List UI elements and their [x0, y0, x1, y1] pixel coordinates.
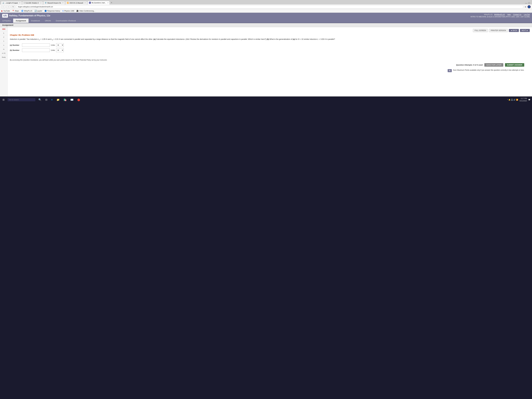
contact-link[interactable]: Contact Us [513, 13, 521, 16]
bookmark-video[interactable]: 🎥 Video Conferencing... [76, 10, 95, 12]
mail-button[interactable]: ✉️ [70, 98, 74, 101]
url-input[interactable] [16, 5, 523, 8]
video-icon: 🎥 [76, 10, 79, 12]
taskbar-time: 3:17 PM 4/21/2020 [519, 97, 527, 102]
edge-button[interactable]: e [51, 98, 53, 101]
tab-copper[interactable]: 🔬 ...Length of Copper ✕ [1, 1, 22, 4]
part-a-row: (a) Number Units H mH μH [10, 43, 530, 47]
maps-icon: 📍 [12, 10, 14, 12]
attempts-label: Question Attempts: 0 of 3 used [456, 64, 483, 66]
chrome-button[interactable]: ⬤ [76, 98, 81, 101]
part-a-input[interactable] [22, 43, 50, 47]
tab-myquestions[interactable]: b My Questions | bart... ✕ [87, 1, 110, 4]
sidebar-item-study[interactable]: Study [0, 55, 7, 59]
separator2: | [512, 13, 512, 16]
start-button[interactable]: ⊞ [2, 98, 5, 101]
save-for-later-button[interactable]: SAVE FOR LATER [484, 63, 503, 67]
part-a-units-select[interactable]: H mH μH [56, 43, 64, 47]
sidebar-item-n[interactable]: n [0, 43, 7, 47]
tab-close-scientific[interactable]: ✕ [40, 2, 41, 4]
percent-badge: % [448, 69, 452, 72]
tab-maxwell[interactable]: ⚙️ Maxwell-Ampere De ✕ [43, 1, 65, 4]
separator1: | [506, 13, 506, 16]
wiley-logo: US [2, 14, 8, 18]
bookmarks-bar: ▶ YouTube 📍 Maps 🌀 WileyPLUS 🔄 jupyter 🔵… [0, 9, 532, 13]
earn-points-row: % Earn Maximum Points available only if … [448, 69, 524, 72]
bookmark-youtube[interactable]: ▶ YouTube [1, 10, 10, 12]
bookmark-wiley[interactable]: 🌀 WileyPLUS [21, 10, 32, 12]
nav-tabs: & Practice Assignment Gradebook ORION Do… [0, 19, 532, 23]
back-button[interactable]: ← [1, 5, 5, 8]
sidebar: CES k 2 1 n m m X1 Study [0, 27, 8, 96]
tab-etextbook[interactable]: Downloadable eTextbook [53, 19, 78, 23]
tab-close-maxwell2[interactable]: ✕ [84, 2, 86, 4]
taskbar: ⊞ 🔍 ⊟ e 📁 🛍️ ✉️ ⬤ ^ 🔔 🖥️ 🔊 📶 3:17 PM 4/2… [0, 96, 532, 103]
task-view-button[interactable]: ⊟ [44, 98, 48, 101]
logout-link[interactable]: Log Out [524, 13, 530, 16]
separator3: | [522, 13, 523, 16]
minimize-icon[interactable]: — [525, 2, 527, 4]
bookmark-response-history[interactable]: 🔵 Response history [44, 10, 60, 12]
assignment-label: Assignment [2, 24, 13, 26]
main-content: FULL SCREEN PRINTER VERSION ◄ BACK NEXT … [8, 27, 532, 96]
problem-header-bar: FULL SCREEN PRINTER VERSION ◄ BACK NEXT … [10, 29, 530, 32]
printer-version-button[interactable]: PRINTER VERSION [489, 29, 508, 32]
submit-answer-button[interactable]: SUBMIT ANSWER [505, 63, 524, 67]
part-b-input[interactable] [22, 49, 50, 52]
tab-practice[interactable]: & Practice [0, 19, 13, 23]
search-input[interactable] [8, 98, 35, 101]
file-explorer-button[interactable]: 📁 [56, 98, 60, 101]
response-history-icon: 🔵 [44, 10, 47, 12]
wiley-icon: 🌀 [21, 10, 23, 12]
bookmark-physics[interactable]: G Physics 1308 [62, 10, 74, 12]
store-button[interactable]: 🛍️ [63, 98, 67, 101]
mywileyplus-link[interactable]: MyWileyPLUS [494, 13, 505, 16]
bookmark-star-icon[interactable]: ★ [525, 6, 526, 8]
system-tray: ^ 🔔 🖥️ 🔊 📶 [507, 99, 518, 101]
tab-close-copper[interactable]: ✕ [19, 2, 20, 4]
refresh-button[interactable]: ↻ [11, 5, 15, 8]
bookmark-maps[interactable]: 📍 Maps [12, 10, 19, 12]
tab-close-maxwell[interactable]: ✕ [62, 2, 63, 4]
sidebar-item-mx1[interactable]: m X1 [0, 51, 7, 55]
part-b-units-label: Units [51, 49, 55, 51]
sidebar-item-2[interactable]: 2 [0, 35, 7, 39]
wileyplus-label: WileyPLUS: [484, 13, 493, 16]
bookmark-video-label: Video Conferencing... [79, 10, 95, 12]
part-b-units-select[interactable]: H mH μH [56, 48, 64, 52]
sidebar-item-ces[interactable]: CES [0, 27, 7, 31]
bookmark-jupyter[interactable]: 🔄 jupyter [34, 10, 42, 12]
attempts-row: Question Attempts: 0 of 3 used SAVE FOR … [456, 63, 524, 67]
notification-button[interactable]: 💬 [528, 99, 530, 101]
tab-maxwell2[interactable]: 🔁 2020-04-13-Maxwell ✕ [65, 1, 87, 4]
full-screen-button[interactable]: FULL SCREEN [473, 29, 488, 32]
tab-scientific[interactable]: Σ Scientific Notation C ✕ [22, 1, 43, 4]
tab-icon-copper: 🔬 [2, 2, 4, 4]
profile-button[interactable]: 👤 [528, 5, 531, 8]
tab-icon-scientific: Σ [24, 2, 25, 4]
book-title: Halliday, Fundamentals of Physics, 11e [9, 14, 50, 17]
jupyter-icon: 🔄 [34, 10, 37, 12]
qa-notice: By accessing this Question Assistance, y… [10, 59, 530, 61]
tab-gradebook[interactable]: Gradebook [29, 19, 42, 23]
maximize-icon[interactable]: ☐ [528, 2, 530, 4]
course-title: INTRO TO MECHAN, & ELEC & MAGNETISM (PHY… [470, 16, 530, 18]
search-button[interactable]: 🔍 [38, 98, 42, 101]
sidebar-item-k[interactable]: k [0, 31, 7, 35]
wiley-header-links: WileyPLUS: MyWileyPLUS | Help | Contact … [470, 13, 530, 16]
next-nav-button[interactable]: NEXT ► [520, 29, 530, 32]
tab-close-myquestions[interactable]: ✕ [107, 2, 108, 4]
tab-bar: 🔬 ...Length of Copper ✕ Σ Scientific Not… [0, 0, 532, 4]
back-nav-button[interactable]: ◄ BACK [509, 29, 519, 32]
part-b-label: (b) Number [10, 49, 21, 51]
sidebar-item-m[interactable]: m [0, 47, 7, 51]
tab-orion[interactable]: ORION [42, 19, 53, 23]
bookmark-youtube-label: YouTube [3, 10, 10, 12]
youtube-icon: ▶ [1, 10, 3, 12]
sidebar-item-1[interactable]: 1 [0, 39, 7, 43]
tab-assignment[interactable]: Assignment [13, 19, 28, 23]
help-link[interactable]: Help [507, 13, 511, 16]
forward-button[interactable]: → [6, 5, 10, 8]
new-tab-button[interactable]: + [110, 1, 113, 4]
tab-label-copper: ...Length of Copper [5, 2, 18, 4]
